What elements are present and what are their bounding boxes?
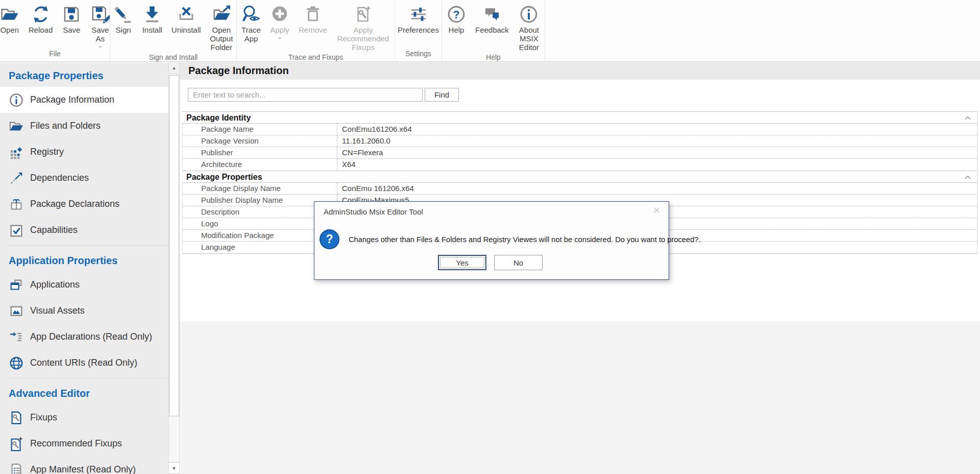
uninstall-button[interactable]: Uninstall <box>167 5 206 34</box>
fixups-icon <box>9 410 24 425</box>
about-msix-editor-button[interactable]: About MSIX Editor <box>513 5 545 52</box>
reload-icon <box>31 5 51 24</box>
sidebar-item-label: Files and Folders <box>30 121 101 131</box>
sidebar-item-label: Dependencies <box>30 173 89 183</box>
chevron-down-icon: ⌄ <box>277 35 282 39</box>
sign-button[interactable]: Sign <box>109 5 138 34</box>
ribbon-button-label: Preferences <box>398 26 439 34</box>
sidebar-heading-application-properties: Application Properties <box>0 247 168 272</box>
dialog-title: AdminStudio Msix Editor Tool <box>324 207 423 216</box>
table-row-package-display-name: Package Display NameConEmu 161206.x64 <box>182 183 977 195</box>
sidebar-item-label: Content URIs (Read Only) <box>30 358 137 368</box>
sidebar-item-app-declarations-read-only[interactable]: App Declarations (Read Only) <box>0 324 168 350</box>
ribbon-group-label: Sign and Install <box>110 52 236 63</box>
sidebar-item-files-and-folders[interactable]: Files and Folders <box>0 113 168 139</box>
close-icon[interactable]: ✕ <box>653 205 660 216</box>
ribbon-button-label: Reload <box>29 26 53 34</box>
open-output-folder-icon <box>212 5 231 24</box>
sidebar-divider <box>6 378 168 378</box>
sidebar-navigation: Package PropertiesPackage InformationFil… <box>0 62 168 474</box>
ribbon-button-label: Apply Recommended Fixups <box>336 26 390 52</box>
sidebar-item-fixups[interactable]: Fixups <box>0 405 168 431</box>
reload-button[interactable]: Reload <box>24 5 58 34</box>
ribbon-group-help: ?HelpFeedbackAbout MSIX EditorHelp <box>442 0 545 61</box>
scroll-up-arrow-icon[interactable]: ▲ <box>169 62 179 74</box>
property-value[interactable]: X64 <box>337 159 977 171</box>
sidebar-item-package-declarations[interactable]: Package Declarations <box>0 191 168 217</box>
property-label: Package Version <box>183 135 337 147</box>
search-input[interactable] <box>188 88 423 102</box>
table-row-publisher: PublisherCN=Flexera <box>182 147 977 159</box>
sidebar-item-applications[interactable]: Applications <box>0 272 168 298</box>
sidebar-item-label: App Declarations (Read Only) <box>30 331 152 342</box>
apply-recommended-fixups-icon <box>353 5 373 24</box>
open-button[interactable]: Open <box>0 5 24 34</box>
property-label: Publisher <box>183 147 337 158</box>
sidebar-item-app-manifest-read-only[interactable]: App Manifest (Read Only) <box>0 457 168 474</box>
scrollbar-thumb[interactable] <box>169 75 179 416</box>
find-button[interactable]: Find <box>425 88 459 102</box>
open-icon <box>0 5 19 24</box>
sidebar-item-label: Registry <box>30 147 64 157</box>
help-button[interactable]: ?Help <box>442 5 471 34</box>
ribbon-button-label: Save <box>63 26 80 34</box>
ribbon-group-label: Help <box>442 52 545 63</box>
open-output-folder-button[interactable]: Open Output Folder <box>205 5 237 52</box>
sidebar-item-label: Applications <box>30 279 80 290</box>
preferences-button[interactable]: Preferences <box>393 5 444 34</box>
page-title: Package Information <box>180 62 980 77</box>
yes-button[interactable]: Yes <box>438 255 486 270</box>
property-value[interactable]: ConEmu161206.x64 <box>337 124 977 135</box>
table-row-package-name: Package NameConEmu161206.x64 <box>182 124 977 135</box>
property-label: Package Name <box>183 124 337 135</box>
ribbon-button-label: Help <box>449 26 464 34</box>
property-label: Architecture <box>183 159 337 171</box>
chevron-down-icon: ⌄ <box>97 43 103 48</box>
sidebar-item-label: Recommended Fixups <box>30 438 122 449</box>
ribbon-button-label: Sign <box>116 26 131 34</box>
trace-app-button[interactable]: Trace App <box>237 5 265 43</box>
install-icon <box>142 5 162 24</box>
ribbon-button-label: Trace App <box>241 26 261 43</box>
sidebar-item-label: Capabilities <box>30 225 78 235</box>
scroll-down-arrow-icon[interactable]: ▼ <box>169 462 179 474</box>
apply-recommended-fixups-button: Apply Recommended Fixups <box>332 5 395 52</box>
table-row-package-version: Package Version11.161.2060.0 <box>182 135 977 147</box>
feedback-button[interactable]: Feedback <box>471 5 513 34</box>
ribbon-button-label: Uninstall <box>172 26 201 34</box>
property-value[interactable]: ConEmu 161206.x64 <box>337 183 977 194</box>
no-button[interactable]: No <box>494 255 543 270</box>
sidebar-item-recommended-fixups[interactable]: Recommended Fixups <box>0 431 168 457</box>
about-msix-editor-icon <box>519 5 538 24</box>
sidebar-scrollbar[interactable]: ▲ ▼ <box>168 62 180 474</box>
app-manifest-icon <box>9 462 24 474</box>
save-icon <box>62 5 81 24</box>
sidebar-item-capabilities[interactable]: Capabilities <box>0 217 168 243</box>
ribbon-button-label: Open Output Folder <box>210 26 233 52</box>
ribbon-button-label: Remove <box>299 26 327 34</box>
save-button[interactable]: Save <box>57 5 86 34</box>
ribbon-toolbar: OpenReloadSaveSave As⌄FileSignInstallUni… <box>0 0 980 62</box>
ribbon-button-label: Install <box>142 26 162 34</box>
sidebar-item-visual-assets[interactable]: Visual Assets <box>0 298 168 324</box>
sidebar-item-package-information[interactable]: Package Information <box>0 87 168 113</box>
sidebar-item-label: App Manifest (Read Only) <box>30 464 136 474</box>
sidebar-item-content-uris-read-only[interactable]: Content URIs (Read Only) <box>0 350 168 376</box>
property-value[interactable]: CN=Flexera <box>337 147 977 158</box>
table-row-architecture: ArchitectureX64 <box>182 159 977 171</box>
chevron-up-icon[interactable] <box>963 173 972 182</box>
ribbon-group-label: Trace and Fixups <box>237 52 395 63</box>
sidebar-item-dependencies[interactable]: Dependencies <box>0 165 168 191</box>
sidebar-divider <box>6 245 168 246</box>
applications-icon <box>9 277 24 293</box>
sidebar-heading-package-properties: Package Properties <box>0 62 168 87</box>
sidebar-item-registry[interactable]: Registry <box>0 139 168 165</box>
ribbon-group-trace-and-fixups: Trace AppApply⌄RemoveApply Recommended F… <box>237 0 395 61</box>
install-button[interactable]: Install <box>138 5 167 34</box>
chevron-up-icon[interactable] <box>963 113 972 123</box>
capabilities-icon <box>9 223 24 238</box>
sidebar-item-label: Visual Assets <box>30 305 85 316</box>
dependencies-icon <box>9 171 24 186</box>
property-value[interactable]: 11.161.2060.0 <box>337 135 977 147</box>
help-icon: ? <box>447 5 466 24</box>
